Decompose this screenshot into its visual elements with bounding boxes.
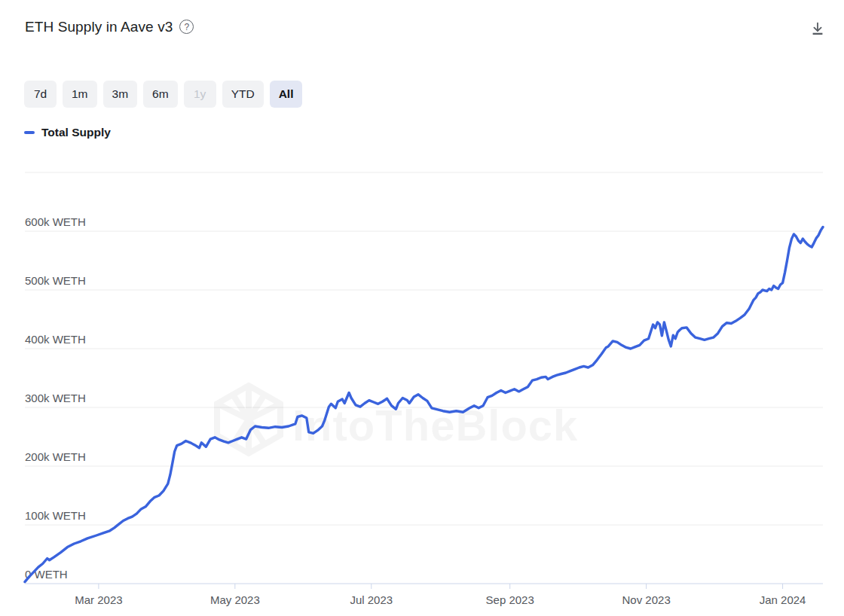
y-axis-label-300k: 300k WETH	[25, 392, 86, 404]
y-axis-label-500k: 500k WETH	[25, 274, 86, 287]
x-axis-label: Jul 2023	[350, 593, 393, 606]
y-axis-label-600k: 600k WETH	[25, 215, 86, 228]
line-chart-plot-area[interactable]: IntoTheBlock0 WETH100k WETH200k WETH300k…	[0, 0, 844, 616]
y-axis-label-100k: 100k WETH	[25, 509, 86, 522]
y-axis-label-200k: 200k WETH	[25, 450, 86, 463]
x-axis-label: Jan 2024	[760, 593, 806, 606]
x-axis-label: May 2023	[210, 593, 260, 606]
y-axis-label-400k: 400k WETH	[25, 333, 86, 346]
x-axis-label: Nov 2023	[622, 593, 671, 606]
intotheblock-watermark: IntoTheBlock	[217, 386, 578, 453]
x-axis-label: Sep 2023	[486, 593, 534, 606]
x-axis-label: Mar 2023	[75, 593, 122, 606]
